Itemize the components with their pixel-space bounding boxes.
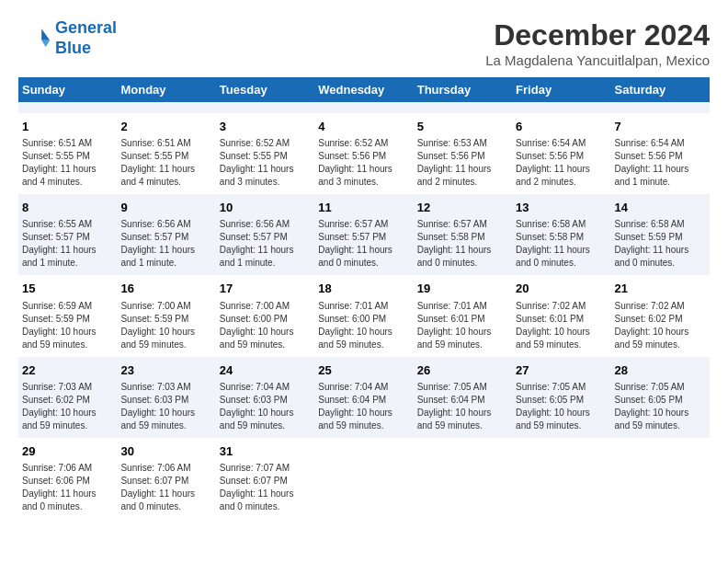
calendar-cell: 8Sunrise: 6:55 AMSunset: 5:57 PMDaylight… <box>18 194 117 275</box>
col-header-friday: Friday <box>512 77 610 102</box>
calendar-cell: 28Sunrise: 7:05 AMSunset: 6:05 PMDayligh… <box>611 357 710 438</box>
day-number: 10 <box>220 200 311 216</box>
calendar-cell: 10Sunrise: 6:56 AMSunset: 5:57 PMDayligh… <box>216 194 314 275</box>
calendar-cell: 12Sunrise: 6:57 AMSunset: 5:58 PMDayligh… <box>414 194 512 275</box>
day-number: 30 <box>120 443 211 460</box>
day-number: 20 <box>516 281 607 297</box>
calendar-week-row <box>18 102 710 113</box>
calendar-cell: 17Sunrise: 7:00 AMSunset: 6:00 PMDayligh… <box>216 275 314 356</box>
day-info: Sunrise: 7:00 AMSunset: 5:59 PMDaylight:… <box>120 300 211 351</box>
day-info: Sunrise: 7:06 AMSunset: 6:07 PMDaylight:… <box>120 462 211 513</box>
day-info: Sunrise: 6:54 AMSunset: 5:56 PMDaylight:… <box>615 137 706 189</box>
day-info: Sunrise: 6:59 AMSunset: 5:59 PMDaylight:… <box>22 300 113 351</box>
day-info: Sunrise: 7:01 AMSunset: 6:01 PMDaylight:… <box>417 300 508 351</box>
day-number: 8 <box>22 200 113 216</box>
calendar-header-row: SundayMondayTuesdayWednesdayThursdayFrid… <box>18 77 710 102</box>
day-number: 26 <box>417 362 508 379</box>
day-info: Sunrise: 6:54 AMSunset: 5:56 PMDaylight:… <box>516 137 607 189</box>
calendar-cell: 25Sunrise: 7:04 AMSunset: 6:04 PMDayligh… <box>314 357 413 438</box>
day-number: 19 <box>417 281 508 297</box>
calendar-cell <box>611 438 710 519</box>
calendar-cell <box>18 102 117 113</box>
calendar-cell: 6Sunrise: 6:54 AMSunset: 5:56 PMDaylight… <box>512 113 610 194</box>
day-info: Sunrise: 7:02 AMSunset: 6:01 PMDaylight:… <box>516 300 607 351</box>
calendar-week-row: 8Sunrise: 6:55 AMSunset: 5:57 PMDaylight… <box>18 194 710 275</box>
calendar-cell: 15Sunrise: 6:59 AMSunset: 5:59 PMDayligh… <box>18 275 117 356</box>
day-info: Sunrise: 6:58 AMSunset: 5:58 PMDaylight:… <box>516 218 607 270</box>
calendar-cell <box>414 438 512 519</box>
calendar-table: SundayMondayTuesdayWednesdayThursdayFrid… <box>18 77 710 519</box>
calendar-cell: 7Sunrise: 6:54 AMSunset: 5:56 PMDaylight… <box>611 113 710 194</box>
day-info: Sunrise: 7:01 AMSunset: 6:00 PMDaylight:… <box>318 300 409 351</box>
col-header-sunday: Sunday <box>18 77 117 102</box>
logo: General Blue <box>18 18 117 58</box>
day-number: 22 <box>22 362 113 379</box>
calendar-cell <box>414 102 512 113</box>
day-info: Sunrise: 6:53 AMSunset: 5:56 PMDaylight:… <box>417 137 508 189</box>
calendar-cell <box>314 438 413 519</box>
day-info: Sunrise: 7:05 AMSunset: 6:04 PMDaylight:… <box>417 381 508 432</box>
calendar-cell: 1Sunrise: 6:51 AMSunset: 5:55 PMDaylight… <box>18 113 117 194</box>
day-info: Sunrise: 6:56 AMSunset: 5:57 PMDaylight:… <box>220 218 311 270</box>
calendar-cell: 4Sunrise: 6:52 AMSunset: 5:56 PMDaylight… <box>314 113 413 194</box>
col-header-monday: Monday <box>117 77 215 102</box>
day-number: 25 <box>318 362 409 379</box>
day-info: Sunrise: 7:07 AMSunset: 6:07 PMDaylight:… <box>220 462 311 513</box>
day-number: 21 <box>615 281 706 297</box>
calendar-cell: 22Sunrise: 7:03 AMSunset: 6:02 PMDayligh… <box>18 357 117 438</box>
calendar-cell: 31Sunrise: 7:07 AMSunset: 6:07 PMDayligh… <box>216 438 314 519</box>
calendar-cell: 24Sunrise: 7:04 AMSunset: 6:03 PMDayligh… <box>216 357 314 438</box>
calendar-cell: 13Sunrise: 6:58 AMSunset: 5:58 PMDayligh… <box>512 194 610 275</box>
day-number: 7 <box>615 119 706 135</box>
logo-text: General Blue <box>55 18 117 58</box>
calendar-cell: 30Sunrise: 7:06 AMSunset: 6:07 PMDayligh… <box>117 438 215 519</box>
month-title: December 2024 <box>485 18 710 52</box>
day-info: Sunrise: 6:57 AMSunset: 5:58 PMDaylight:… <box>417 218 508 270</box>
page-header: General Blue December 2024 La Magdalena … <box>18 18 710 68</box>
day-info: Sunrise: 6:51 AMSunset: 5:55 PMDaylight:… <box>120 137 211 189</box>
location-subtitle: La Magdalena Yancuitlalpan, Mexico <box>485 52 710 68</box>
calendar-week-row: 29Sunrise: 7:06 AMSunset: 6:06 PMDayligh… <box>18 438 710 519</box>
col-header-tuesday: Tuesday <box>216 77 314 102</box>
day-number: 29 <box>22 443 113 460</box>
logo-line1: General <box>55 18 117 37</box>
day-number: 5 <box>417 119 508 135</box>
day-info: Sunrise: 6:52 AMSunset: 5:55 PMDaylight:… <box>220 137 311 189</box>
col-header-wednesday: Wednesday <box>314 77 413 102</box>
calendar-cell: 27Sunrise: 7:05 AMSunset: 6:05 PMDayligh… <box>512 357 610 438</box>
calendar-cell: 26Sunrise: 7:05 AMSunset: 6:04 PMDayligh… <box>414 357 512 438</box>
col-header-saturday: Saturday <box>611 77 710 102</box>
calendar-cell: 3Sunrise: 6:52 AMSunset: 5:55 PMDaylight… <box>216 113 314 194</box>
calendar-cell: 29Sunrise: 7:06 AMSunset: 6:06 PMDayligh… <box>18 438 117 519</box>
day-info: Sunrise: 6:56 AMSunset: 5:57 PMDaylight:… <box>120 218 211 270</box>
day-number: 27 <box>516 362 607 379</box>
day-info: Sunrise: 6:52 AMSunset: 5:56 PMDaylight:… <box>318 137 409 189</box>
calendar-cell: 23Sunrise: 7:03 AMSunset: 6:03 PMDayligh… <box>117 357 215 438</box>
day-number: 23 <box>120 362 211 379</box>
day-info: Sunrise: 7:03 AMSunset: 6:02 PMDaylight:… <box>22 381 113 432</box>
day-info: Sunrise: 6:55 AMSunset: 5:57 PMDaylight:… <box>22 218 113 270</box>
day-number: 6 <box>516 119 607 135</box>
day-number: 11 <box>318 200 409 216</box>
day-number: 17 <box>220 281 311 297</box>
day-number: 2 <box>120 119 211 135</box>
day-info: Sunrise: 6:57 AMSunset: 5:57 PMDaylight:… <box>318 218 409 270</box>
day-number: 4 <box>318 119 409 135</box>
day-number: 3 <box>220 119 311 135</box>
day-info: Sunrise: 7:04 AMSunset: 6:04 PMDaylight:… <box>318 381 409 432</box>
calendar-cell <box>611 102 710 113</box>
calendar-cell: 9Sunrise: 6:56 AMSunset: 5:57 PMDaylight… <box>117 194 215 275</box>
day-info: Sunrise: 7:06 AMSunset: 6:06 PMDaylight:… <box>22 462 113 513</box>
day-number: 18 <box>318 281 409 297</box>
col-header-thursday: Thursday <box>414 77 512 102</box>
calendar-week-row: 15Sunrise: 6:59 AMSunset: 5:59 PMDayligh… <box>18 275 710 356</box>
day-number: 13 <box>516 200 607 216</box>
day-number: 14 <box>615 200 706 216</box>
day-number: 16 <box>120 281 211 297</box>
calendar-cell <box>512 438 610 519</box>
day-number: 15 <box>22 281 113 297</box>
day-info: Sunrise: 7:05 AMSunset: 6:05 PMDaylight:… <box>516 381 607 432</box>
logo-icon <box>18 22 51 55</box>
day-number: 1 <box>22 119 113 135</box>
calendar-cell: 2Sunrise: 6:51 AMSunset: 5:55 PMDaylight… <box>117 113 215 194</box>
